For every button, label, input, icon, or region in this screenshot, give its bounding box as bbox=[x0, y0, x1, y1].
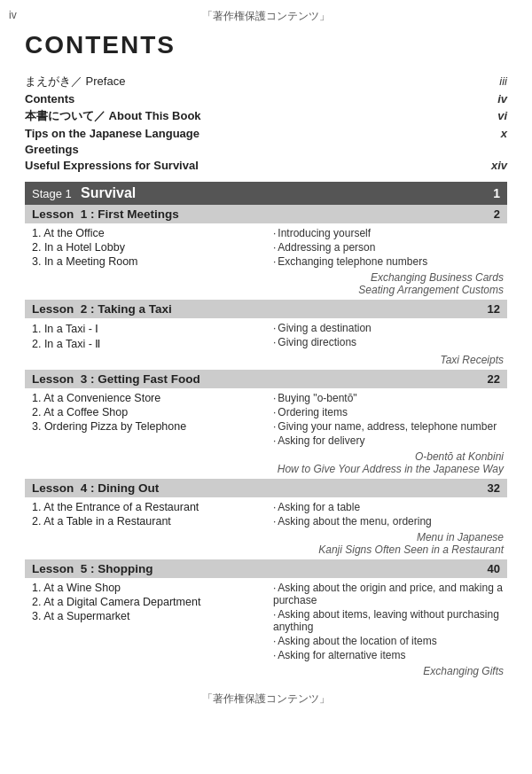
lesson-content: 1. At a Wine Shop2. At a Digital Camera … bbox=[25, 582, 507, 663]
lesson-word: Lesson bbox=[32, 372, 74, 386]
lesson-header-label: Lesson 2 : Taking a Taxi bbox=[32, 302, 172, 316]
page-number: iv bbox=[9, 9, 17, 21]
side-note-item: Seating Arrangement Customs bbox=[25, 284, 504, 296]
list-item: Asking about the location of items bbox=[273, 635, 507, 647]
side-notes: Taxi Receipts bbox=[25, 354, 507, 366]
side-note-item: O-bentō at Konbini bbox=[25, 450, 504, 463]
side-note-item: Exchanging Gifts bbox=[25, 665, 504, 677]
stage-header: Stage 1 Survival1 bbox=[25, 182, 507, 205]
lesson-page: 32 bbox=[488, 481, 500, 495]
lesson-word: Lesson bbox=[32, 302, 74, 316]
lesson-section: Lesson 1 : First Meetings21. At the Offi… bbox=[25, 205, 507, 296]
list-item: Giving a destination bbox=[273, 322, 507, 334]
intro-toc-table: まえがき／ PrefaceiiiContentsiv本書について／ About … bbox=[25, 72, 507, 173]
lesson-content: 1. At a Convenience Store2. At a Coffee … bbox=[25, 392, 507, 449]
list-item: Giving your name, address, telephone num… bbox=[273, 420, 507, 433]
lesson-title: : First Meetings bbox=[90, 207, 179, 221]
side-note-item: Kanji Signs Often Seen in a Restaurant bbox=[25, 543, 504, 556]
lesson-header: Lesson 1 : First Meetings2 bbox=[25, 205, 507, 223]
list-item: Introducing yourself bbox=[273, 227, 507, 239]
bottom-watermark: 「著作権保護コンテンツ」 bbox=[25, 692, 507, 707]
lesson-items: 1. At the Office2. In a Hotel Lobby3. In… bbox=[25, 227, 266, 270]
intro-item-page bbox=[420, 141, 507, 157]
side-notes: Exchanging Gifts bbox=[25, 665, 507, 677]
list-item: 1. At a Wine Shop bbox=[32, 582, 266, 594]
lesson-num: 1 bbox=[81, 207, 88, 221]
list-item: Giving directions bbox=[273, 336, 507, 348]
intro-item-page: iii bbox=[420, 72, 507, 90]
lesson-section: Lesson 5 : Shopping401. At a Wine Shop2.… bbox=[25, 559, 507, 677]
list-item: Buying "o-bentō" bbox=[273, 392, 507, 404]
lesson-page: 40 bbox=[488, 562, 500, 575]
side-notes: Exchanging Business CardsSeating Arrange… bbox=[25, 271, 507, 296]
side-note-item: Exchanging Business Cards bbox=[25, 271, 504, 284]
list-item: Addressing a person bbox=[273, 241, 507, 254]
lesson-header-label: Lesson 5 : Shopping bbox=[32, 562, 153, 575]
list-item: 3. Ordering Pizza by Telephone bbox=[32, 420, 266, 433]
lesson-section: Lesson 4 : Dining Out321. At the Entranc… bbox=[25, 479, 507, 556]
list-item: Asking for delivery bbox=[273, 434, 507, 447]
lesson-items: 1. At a Wine Shop2. At a Digital Camera … bbox=[25, 582, 266, 663]
lesson-header-label: Lesson 4 : Dining Out bbox=[32, 481, 159, 495]
lesson-title: : Getting Fast Food bbox=[90, 372, 200, 386]
intro-item-page: xiv bbox=[420, 157, 507, 173]
lesson-num: 5 bbox=[81, 562, 88, 575]
side-note-item: Menu in Japanese bbox=[25, 531, 504, 543]
list-item: Asking about items, leaving without purc… bbox=[273, 608, 507, 633]
intro-item-label: 本書について／ About This Book bbox=[25, 106, 420, 125]
lesson-header-label: Lesson 3 : Getting Fast Food bbox=[32, 372, 200, 386]
intro-item-label: Contents bbox=[25, 90, 420, 106]
lesson-items: 1. At a Convenience Store2. At a Coffee … bbox=[25, 392, 266, 449]
intro-item-page: iv bbox=[420, 90, 507, 106]
lesson-desc: Introducing yourselfAddressing a personE… bbox=[266, 227, 507, 270]
lesson-content: 1. In a Taxi - Ⅰ2. In a Taxi - ⅡGiving a… bbox=[25, 322, 507, 352]
page-wrapper: iv 「著作権保護コンテンツ」 CONTENTS まえがき／ Prefaceii… bbox=[0, 0, 532, 774]
lesson-desc: Giving a destinationGiving directions bbox=[266, 322, 507, 352]
lesson-desc: Buying "o-bentō"Ordering itemsGiving you… bbox=[266, 392, 507, 449]
lesson-header: Lesson 4 : Dining Out32 bbox=[25, 479, 507, 497]
lesson-desc: Asking about the origin and price, and m… bbox=[266, 582, 507, 663]
list-item: Asking about the origin and price, and m… bbox=[273, 582, 507, 606]
lesson-num: 4 bbox=[81, 481, 88, 495]
list-item: 1. At the Entrance of a Restaurant bbox=[32, 501, 266, 513]
list-item: 2. At a Digital Camera Department bbox=[32, 596, 266, 608]
intro-item-label: まえがき／ Preface bbox=[25, 72, 420, 90]
lesson-header: Lesson 2 : Taking a Taxi12 bbox=[25, 300, 507, 318]
lesson-header: Lesson 5 : Shopping40 bbox=[25, 559, 507, 578]
lesson-word: Lesson bbox=[32, 481, 74, 495]
lesson-header: Lesson 3 : Getting Fast Food22 bbox=[25, 370, 507, 388]
list-item: 1. At the Office bbox=[32, 227, 266, 239]
lesson-section: Lesson 3 : Getting Fast Food221. At a Co… bbox=[25, 370, 507, 475]
intro-item-page: x bbox=[420, 125, 507, 141]
list-item: 1. At a Convenience Store bbox=[32, 392, 266, 404]
stage-label-title: Stage 1 Survival bbox=[32, 185, 136, 201]
stage-label: Stage 1 bbox=[32, 187, 72, 200]
stage-title: Survival bbox=[81, 185, 136, 200]
lesson-page: 22 bbox=[488, 372, 500, 386]
lesson-section: Lesson 2 : Taking a Taxi121. In a Taxi -… bbox=[25, 300, 507, 366]
stage-page: 1 bbox=[493, 186, 500, 200]
list-item: 2. In a Hotel Lobby bbox=[32, 241, 266, 254]
lesson-content: 1. At the Office2. In a Hotel Lobby3. In… bbox=[25, 227, 507, 270]
lesson-page: 2 bbox=[494, 207, 500, 221]
lesson-word: Lesson bbox=[32, 207, 74, 221]
intro-item-page: vi bbox=[420, 106, 507, 125]
lesson-title: : Dining Out bbox=[90, 481, 159, 495]
lesson-header-label: Lesson 1 : First Meetings bbox=[32, 207, 179, 221]
stages-container: Stage 1 Survival1Lesson 1 : First Meetin… bbox=[25, 182, 507, 677]
list-item: Asking for alternative items bbox=[273, 649, 507, 661]
page-title: CONTENTS bbox=[25, 31, 507, 59]
lesson-num: 2 bbox=[81, 302, 88, 316]
intro-item-label: Tips on the Japanese Language bbox=[25, 125, 420, 141]
lesson-items: 1. At the Entrance of a Restaurant2. At … bbox=[25, 501, 266, 529]
list-item: 3. At a Supermarket bbox=[32, 610, 266, 622]
lesson-word: Lesson bbox=[32, 562, 74, 575]
list-item: 3. In a Meeting Room bbox=[32, 255, 266, 268]
lesson-num: 3 bbox=[81, 372, 88, 386]
side-note-item: Taxi Receipts bbox=[25, 354, 504, 366]
list-item: 2. At a Coffee Shop bbox=[32, 406, 266, 418]
lesson-page: 12 bbox=[488, 302, 500, 316]
list-item: 2. In a Taxi - Ⅱ bbox=[32, 337, 266, 350]
list-item: 1. In a Taxi - Ⅰ bbox=[32, 322, 266, 335]
side-notes: Menu in JapaneseKanji Signs Often Seen i… bbox=[25, 531, 507, 556]
